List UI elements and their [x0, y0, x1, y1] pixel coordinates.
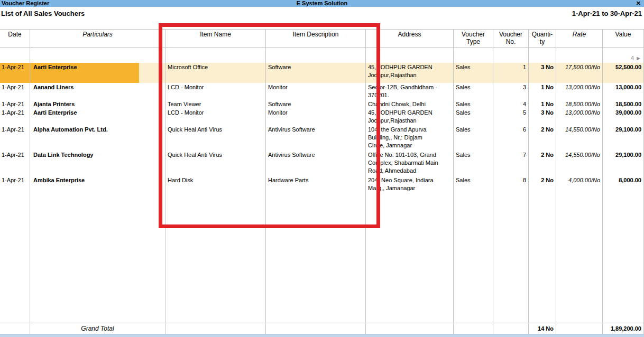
header-address: Address [366, 30, 454, 47]
cell-value: 52,500.00 [603, 63, 644, 83]
cell-item_name: Hard Disk [165, 176, 266, 193]
cell-item_description: Monitor [266, 108, 366, 125]
cell-rate: 18,500.00/No [556, 100, 603, 108]
cell-value: 18,500.00 [603, 100, 644, 108]
close-icon[interactable]: ✕ [636, 0, 641, 7]
cell-date: 1-Apr-21 [0, 63, 30, 83]
titlebar: Voucher Register E System Solution ✕ [0, 0, 644, 7]
cell-item_name: Quick Heal Anti Virus [165, 125, 266, 151]
cell-rate: 14,550.00/No [556, 125, 603, 151]
cell-particulars: Aarti Enterprise [30, 63, 165, 83]
cell-address: Sector-12B, Gandhidham - 370201. [366, 83, 454, 100]
vouchers-table: Date Particulars Item Name Item Descript… [0, 29, 644, 334]
cell-rate: 13,000.00/No [556, 83, 603, 100]
cell-date: 1-Apr-21 [0, 108, 30, 125]
more-columns-indicator[interactable]: 4 ► [631, 54, 641, 63]
cell-voucher_type: Sales [454, 151, 493, 176]
cell-particulars: Aanand Liners [30, 83, 165, 100]
cell-value: 39,000.00 [603, 108, 644, 125]
cell-item_name: Team Viewer [165, 100, 266, 108]
cell-date: 1-Apr-21 [0, 176, 30, 193]
cell-value: 29,100.00 [603, 125, 644, 151]
cell-voucher_no: 6 [493, 125, 529, 151]
cell-address: 45, JODHPUR GARDEN Jodhpur,Rajasthan [366, 63, 454, 83]
cell-voucher_type: Sales [454, 83, 493, 100]
cell-item_name: Quick Heal Anti Virus [165, 151, 266, 176]
cell-item_description: Antivirus Software [266, 125, 366, 151]
cell-voucher_no: 4 [493, 100, 529, 108]
cell-voucher_no: 8 [493, 176, 529, 193]
report-header: List of All Sales Vouchers 1-Apr-21 to 3… [1, 10, 642, 17]
voucher-row[interactable]: 1-Apr-21Alpha Automation Pvt. Ltd.Quick … [0, 125, 644, 151]
cell-quantity: 3 No [529, 63, 556, 83]
company-name: E System Solution [0, 0, 644, 7]
header-date: Date [0, 30, 30, 47]
header-value: Value [603, 30, 644, 47]
cell-particulars: Ambika Enterprise [30, 176, 165, 193]
cell-voucher_type: Sales [454, 100, 493, 108]
cell-value: 13,000.00 [603, 83, 644, 100]
voucher-row[interactable]: 1-Apr-21Aanand LinersLCD - MonitorMonito… [0, 83, 644, 100]
cell-voucher_no: 3 [493, 83, 529, 100]
header-quantity: Quanti- ty [529, 30, 556, 47]
cell-particulars: Aarti Enterprise [30, 108, 165, 125]
voucher-register-window: Voucher Register E System Solution ✕ Lis… [0, 0, 644, 337]
cell-address: 104, the Grand Apurva Building,, Nr,: Di… [366, 125, 454, 151]
cell-item_description: Antivirus Software [266, 151, 366, 176]
cell-rate: 17,500.00/No [556, 63, 603, 83]
cell-voucher_type: Sales [454, 176, 493, 193]
table-filler-row [0, 193, 644, 323]
header-item-name: Item Name [165, 30, 266, 47]
cell-quantity: 1 No [529, 83, 556, 100]
voucher-row[interactable]: 1-Apr-21Ambika EnterpriseHard DiskHardwa… [0, 176, 644, 193]
cell-voucher_type: Sales [454, 108, 493, 125]
table-header-row: Date Particulars Item Name Item Descript… [0, 29, 644, 48]
grand-total-label: Grand Total [30, 323, 165, 334]
cell-particulars: Ajanta Printers [30, 100, 165, 108]
cell-item_name: Microsoft Office [165, 63, 266, 83]
cell-particulars: Data Link Technology [30, 151, 165, 176]
voucher-row[interactable]: 1-Apr-21Aarti EnterpriseLCD - MonitorMon… [0, 108, 644, 125]
cell-address: Chandni Chowk, Delhi [366, 100, 454, 108]
cell-quantity: 2 No [529, 176, 556, 193]
cell-voucher_no: 7 [493, 151, 529, 176]
report-period: 1-Apr-21 to 30-Apr-21 [572, 10, 642, 17]
grand-total-value: 1,89,200.00 [603, 323, 644, 334]
grand-total-quantity: 14 No [529, 323, 556, 334]
header-voucher-type: Voucher Type [454, 30, 493, 47]
cell-particulars: Alpha Automation Pvt. Ltd. [30, 125, 165, 151]
cell-item_description: Hardware Parts [266, 176, 366, 193]
cell-quantity: 2 No [529, 125, 556, 151]
cell-rate: 14,550.00/No [556, 151, 603, 176]
cell-address: 45, JODHPUR GARDEN Jodhpur,Rajasthan [366, 108, 454, 125]
voucher-row[interactable]: 1-Apr-21Aarti EnterpriseMicrosoft Office… [0, 63, 644, 83]
voucher-row[interactable]: 1-Apr-21Ajanta PrintersTeam ViewerSoftwa… [0, 100, 644, 108]
cell-voucher_type: Sales [454, 63, 493, 83]
report-title: List of All Sales Vouchers [1, 10, 85, 17]
cell-item_description: Software [266, 100, 366, 108]
cell-item_name: LCD - Monitor [165, 83, 266, 100]
header-rate: Rate [556, 30, 603, 47]
cell-date: 1-Apr-21 [0, 125, 30, 151]
grand-total-row: Grand Total 14 No 1,89,200.00 [0, 323, 644, 334]
cell-item_name: LCD - Monitor [165, 108, 266, 125]
cell-voucher_type: Sales [454, 125, 493, 151]
header-item-description: Item Description [266, 30, 366, 47]
cell-date: 1-Apr-21 [0, 100, 30, 108]
cell-value: 29,100.00 [603, 151, 644, 176]
bottom-scroll-strip [0, 334, 644, 337]
cell-address: 204- Neo Square, Indiara Marg,, Jamanaga… [366, 176, 454, 193]
cell-quantity: 2 No [529, 151, 556, 176]
voucher-row[interactable]: 1-Apr-21Data Link TechnologyQuick Heal A… [0, 151, 644, 176]
cell-voucher_no: 1 [493, 63, 529, 83]
cell-rate: 4,000.00/No [556, 176, 603, 193]
cell-voucher_no: 5 [493, 108, 529, 125]
cell-value: 8,000.00 [603, 176, 644, 193]
cell-quantity: 3 No [529, 108, 556, 125]
header-voucher-no: Voucher No. [493, 30, 529, 47]
cell-item_description: Software [266, 63, 366, 83]
cell-date: 1-Apr-21 [0, 83, 30, 100]
cell-rate: 13,000.00/No [556, 108, 603, 125]
header-particulars: Particulars [30, 30, 165, 47]
cell-item_description: Monitor [266, 83, 366, 100]
